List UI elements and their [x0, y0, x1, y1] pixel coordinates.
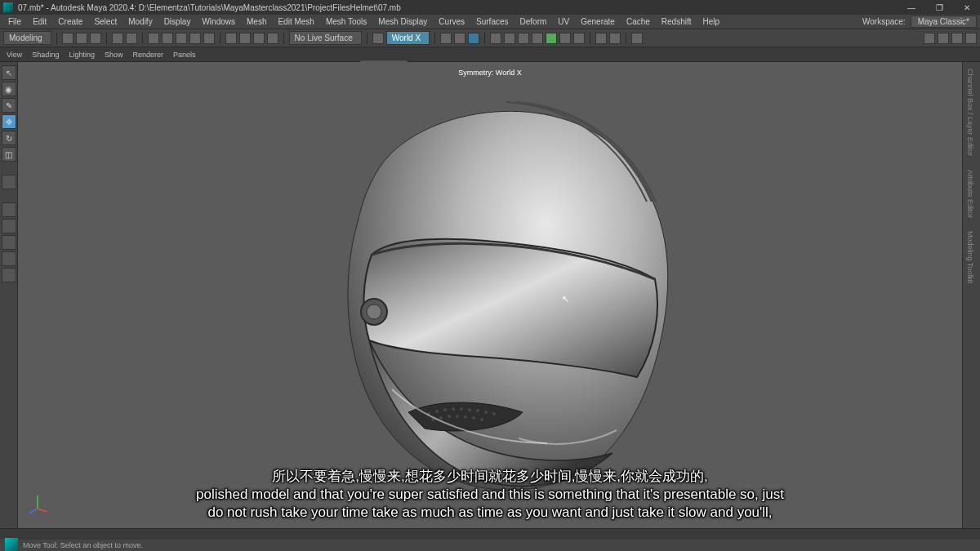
menu-edit[interactable]: Edit [28, 17, 51, 26]
titlebar: 07.mb* - Autodesk Maya 2020.4: D:\Elemen… [0, 0, 980, 15]
snap-curve-icon[interactable] [239, 33, 251, 44]
svg-point-15 [464, 415, 467, 419]
subtitle-line2: polished model and that you're super sat… [49, 486, 931, 504]
layout-single-icon[interactable] [2, 202, 16, 217]
maximize-button[interactable]: ❐ [929, 3, 949, 12]
play-prev-icon[interactable] [595, 33, 607, 44]
select-mask5-icon[interactable] [203, 33, 215, 44]
minimize-button[interactable]: — [902, 3, 921, 12]
menu-deform[interactable]: Deform [515, 17, 552, 26]
render-seq-icon[interactable] [468, 33, 479, 44]
paint-tool-icon[interactable]: ✎ [2, 98, 16, 113]
lasso-tool-icon[interactable]: ◉ [2, 82, 16, 96]
render-icon[interactable] [454, 33, 466, 44]
menu-mesh[interactable]: Mesh [242, 17, 271, 26]
select-mask2-icon[interactable] [162, 33, 173, 44]
select-tool-icon[interactable]: ↖ [2, 65, 16, 80]
menu-create[interactable]: Create [53, 17, 87, 26]
ipr-icon[interactable] [440, 33, 452, 44]
layout5-icon[interactable] [546, 33, 557, 44]
shelf-opt2-icon[interactable] [938, 33, 949, 44]
cursor-icon: ↖ [562, 294, 569, 304]
menu-meshtools[interactable]: Mesh Tools [321, 17, 372, 26]
svg-point-14 [456, 415, 459, 418]
select-mask-icon[interactable] [148, 33, 159, 44]
layout6-icon[interactable] [559, 33, 571, 44]
shelf-opt3-icon[interactable] [951, 33, 963, 44]
menuset-dropdown[interactable]: Modeling [3, 31, 51, 45]
layout2-icon[interactable] [504, 33, 515, 44]
svg-point-3 [435, 410, 439, 413]
range-slider[interactable] [0, 528, 980, 540]
move-tool-icon[interactable]: ✥ [2, 114, 16, 129]
layout-hsplit-icon[interactable] [2, 251, 16, 266]
snap-grid-icon[interactable] [225, 33, 237, 44]
live-surface-dropdown[interactable]: No Live Surface [289, 31, 362, 45]
menubar: File Edit Create Select Modify Display W… [0, 15, 980, 29]
select-mask3-icon[interactable] [176, 33, 187, 44]
layout4-icon[interactable] [532, 33, 543, 44]
svg-point-7 [468, 408, 471, 411]
select-mask4-icon[interactable] [189, 33, 201, 44]
menu-curves[interactable]: Curves [434, 17, 470, 26]
menu-select[interactable]: Select [89, 17, 122, 26]
channel-box-strip: Channel Box / Layer Editor Attribute Edi… [962, 62, 980, 528]
layout-vsplit-icon[interactable] [2, 235, 16, 250]
menu-uv[interactable]: UV [553, 17, 574, 26]
snap-plane-icon[interactable] [267, 33, 278, 44]
panel-lighting[interactable]: Lighting [65, 51, 98, 59]
svg-point-12 [439, 416, 443, 420]
menu-meshdisplay[interactable]: Mesh Display [373, 17, 432, 26]
layout-icon[interactable] [490, 33, 501, 44]
panel-shading[interactable]: Shading [29, 51, 62, 59]
menu-help[interactable]: Help [698, 17, 725, 26]
redo-icon[interactable] [126, 33, 137, 44]
menu-generate[interactable]: Generate [576, 17, 620, 26]
panel-show[interactable]: Show [101, 51, 127, 59]
attribute-tab[interactable]: Attribute Editor [963, 163, 978, 225]
menu-redshift[interactable]: Redshift [657, 17, 697, 26]
save-scene-icon[interactable] [90, 33, 101, 44]
menu-display[interactable]: Display [159, 17, 196, 26]
workspace-dropdown[interactable]: Maya Classic* [911, 16, 977, 28]
open-scene-icon[interactable] [76, 33, 87, 44]
svg-point-13 [448, 415, 451, 418]
close-button[interactable]: ✕ [957, 3, 977, 12]
panel-panels[interactable]: Panels [170, 51, 199, 59]
layout-outliner-icon[interactable] [2, 268, 16, 282]
helmet-model [294, 96, 686, 495]
modeling-toolkit-tab[interactable]: Modeling Toolkit [963, 224, 978, 290]
workspace-label: Workspace: [862, 17, 906, 26]
shelf-bar: Modeling No Live Surface World X [0, 29, 980, 47]
svg-point-16 [472, 416, 475, 420]
menu-cache[interactable]: Cache [621, 17, 655, 26]
shelf-opt1-icon[interactable] [924, 33, 935, 44]
play-next-icon[interactable] [609, 33, 621, 44]
svg-line-19 [38, 509, 47, 512]
viewport-content [18, 62, 962, 528]
channelbox-tab[interactable]: Channel Box / Layer Editor [963, 62, 978, 163]
shelf-opt4-icon[interactable] [965, 33, 977, 44]
symmetry-dropdown[interactable]: World X [386, 31, 430, 45]
panel-view[interactable]: View [3, 51, 25, 59]
rotate-tool-icon[interactable]: ↻ [2, 131, 16, 145]
layout-four-icon[interactable] [2, 219, 16, 233]
panel-renderer[interactable]: Renderer [129, 51, 167, 59]
toolbox: ↖ ◉ ✎ ✥ ↻ ◫ [0, 62, 18, 528]
layout3-icon[interactable] [518, 33, 529, 44]
svg-point-1 [367, 304, 381, 319]
menu-file[interactable]: File [3, 17, 26, 26]
last-tool-icon[interactable] [2, 175, 16, 189]
menu-editmesh[interactable]: Edit Mesh [273, 17, 318, 26]
sym-toggle-icon[interactable] [372, 33, 384, 44]
snap-point-icon[interactable] [253, 33, 265, 44]
new-scene-icon[interactable] [62, 33, 74, 44]
layout7-icon[interactable] [573, 33, 585, 44]
help-line: Move Tool: Select an object to move. [0, 540, 980, 551]
menu-modify[interactable]: Modify [123, 17, 157, 26]
menu-surfaces[interactable]: Surfaces [471, 17, 513, 26]
menu-windows[interactable]: Windows [197, 17, 240, 26]
undo-icon[interactable] [112, 33, 123, 44]
extra-icon[interactable] [631, 33, 643, 44]
scale-tool-icon[interactable]: ◫ [2, 147, 16, 162]
